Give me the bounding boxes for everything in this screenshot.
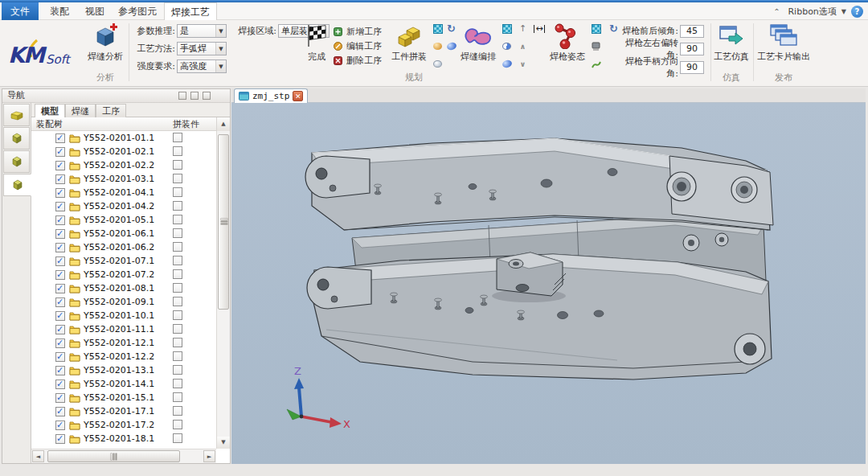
assembly-part-checkbox[interactable] <box>173 310 182 320</box>
tree-row[interactable]: Y552-0201-10.1 <box>31 309 216 322</box>
delete-operation-button[interactable]: 删除工序 <box>333 54 382 67</box>
sphere-amber-icon[interactable] <box>432 41 443 51</box>
viewport-3d[interactable]: X Z <box>231 103 866 464</box>
assembly-part-checkbox[interactable] <box>173 228 182 238</box>
tab-operation[interactable]: 工序 <box>96 104 126 117</box>
tree-item-checkbox[interactable] <box>55 339 65 348</box>
assembly-part-checkbox[interactable] <box>173 324 182 334</box>
collapse-ribbon-icon[interactable]: ⌃ <box>770 7 783 16</box>
assembly-part-checkbox[interactable] <box>173 201 182 211</box>
tree-item-checkbox[interactable] <box>55 434 65 444</box>
tab-view[interactable]: 视图 <box>77 2 113 20</box>
tree-item-checkbox[interactable] <box>55 243 65 252</box>
sphere-blue-icon[interactable] <box>446 41 457 51</box>
strip-cube-button-selected[interactable] <box>3 174 31 196</box>
nav-float-button[interactable] <box>178 92 186 100</box>
tree-item-label[interactable]: Y552-0201-02.1 <box>84 146 154 157</box>
tree-item-label[interactable]: Y552-0201-04.1 <box>84 187 154 198</box>
torch-yaw-input[interactable]: 90 <box>680 43 704 55</box>
tree-row[interactable]: Y552-0201-17.1 <box>31 404 216 418</box>
scrollbar-thumb[interactable] <box>218 134 229 310</box>
scroll-down-button[interactable]: ▼ <box>216 437 230 449</box>
column-assembly-tree[interactable]: 装配树 <box>36 118 63 130</box>
tree-row[interactable]: Y552-0201-08.1 <box>31 281 216 295</box>
tree-item-label[interactable]: Y552-0201-04.2 <box>84 201 154 211</box>
weld-analysis-button[interactable]: 焊缝分析 <box>83 22 128 63</box>
rotate-icon[interactable]: ↻ <box>446 23 457 34</box>
tree-vertical-scrollbar[interactable] <box>216 131 230 449</box>
tree-row[interactable]: Y552-0201-04.1 <box>31 186 216 199</box>
tree-item-label[interactable]: Y552-0201-12.1 <box>84 338 154 348</box>
tree-item-label[interactable]: Y552-0201-15.1 <box>84 392 154 403</box>
tree-item-checkbox[interactable] <box>55 325 65 334</box>
strip-model-icon-button[interactable] <box>3 104 30 126</box>
tree-item-label[interactable]: Y552-0201-17.2 <box>84 420 154 430</box>
tree-item-label[interactable]: Y552-0201-03.1 <box>84 174 154 184</box>
combo-arrow-icon[interactable]: ▼ <box>215 43 226 55</box>
tree-item-checkbox[interactable] <box>55 311 65 321</box>
strength-select[interactable]: 高强度 ▼ <box>177 60 227 73</box>
process-simulation-button[interactable]: 工艺仿真 <box>713 22 750 63</box>
tree-item-checkbox[interactable] <box>55 421 65 430</box>
tree-row[interactable]: Y552-0201-12.1 <box>31 336 216 350</box>
tree-row[interactable]: Y552-0201-04.2 <box>31 199 216 213</box>
tree-item-checkbox[interactable] <box>55 393 65 403</box>
process-card-output-button[interactable]: 工艺卡片输出 <box>756 22 811 63</box>
arrow-up-icon[interactable]: ↑ <box>518 23 528 34</box>
tree-item-checkbox[interactable] <box>55 161 65 170</box>
tree-row[interactable]: Y552-0201-07.1 <box>31 254 216 268</box>
tree-item-label[interactable]: Y552-0201-09.1 <box>84 297 154 307</box>
tree-row[interactable]: Y552-0201-17.2 <box>31 418 216 432</box>
nav-close-button[interactable] <box>203 92 211 100</box>
assembly-part-checkbox[interactable] <box>173 338 182 347</box>
weld-arrange-button[interactable]: 焊缝编排 <box>458 22 498 63</box>
nav-pin-button[interactable] <box>190 92 199 100</box>
assembly-part-checkbox[interactable] <box>173 351 182 361</box>
tree-item-checkbox[interactable] <box>55 270 65 280</box>
tree-row[interactable]: Y552-0201-02.1 <box>31 145 216 158</box>
scrollbar-thumb[interactable] <box>47 450 180 462</box>
tree-item-checkbox[interactable] <box>55 380 65 389</box>
assembly-part-checkbox[interactable] <box>173 269 182 279</box>
tree-item-label[interactable]: Y552-0201-13.1 <box>84 365 154 375</box>
assembly-part-checkbox[interactable] <box>173 187 182 197</box>
assembly-part-checkbox[interactable] <box>173 160 182 170</box>
tree-row[interactable]: Y552-0201-06.1 <box>31 227 216 240</box>
tree-item-label[interactable]: Y552-0201-06.2 <box>84 242 154 252</box>
ribbon-options-button[interactable]: Ribbon选项 <box>788 6 836 18</box>
tree-item-label[interactable]: Y552-0201-11.1 <box>84 324 154 334</box>
sphere-half-icon[interactable] <box>502 41 512 51</box>
tree-item-label[interactable]: Y552-0201-07.1 <box>84 256 154 266</box>
assembly-part-checkbox[interactable] <box>173 406 182 416</box>
process-method-select[interactable]: 手弧焊 ▼ <box>177 42 227 55</box>
tab-model[interactable]: 模型 <box>35 104 65 118</box>
tree-item-checkbox[interactable] <box>55 147 65 157</box>
assembly-part-checkbox[interactable] <box>173 297 182 306</box>
scroll-left-button[interactable]: ◄ <box>32 450 44 462</box>
tree-item-checkbox[interactable] <box>55 407 65 416</box>
assembly-part-checkbox[interactable] <box>173 215 182 224</box>
chevron-up-icon[interactable]: ∧ <box>518 41 528 51</box>
tree-item-label[interactable]: Y552-0201-07.2 <box>84 269 154 280</box>
tree-item-checkbox[interactable] <box>55 174 65 184</box>
column-assembly-part[interactable]: 拼装件 <box>173 118 199 130</box>
scroll-up-button[interactable]: ▲ <box>216 117 230 131</box>
close-document-icon[interactable]: ✕ <box>293 91 303 101</box>
assembly-part-checkbox[interactable] <box>173 242 182 252</box>
add-operation-button[interactable]: 新增工序 <box>333 25 382 38</box>
snake-curve-icon[interactable] <box>591 59 601 69</box>
checker-surface-icon[interactable] <box>432 23 443 34</box>
sphere-white-icon[interactable] <box>432 59 443 69</box>
tree-item-checkbox[interactable] <box>55 298 65 307</box>
tree-item-label[interactable]: Y552-0201-18.1 <box>84 433 154 444</box>
tree-item-label[interactable]: Y552-0201-06.1 <box>84 228 154 239</box>
torch-flag-icon[interactable] <box>591 41 601 51</box>
tree-row[interactable]: Y552-0201-01.1 <box>31 131 216 145</box>
tree-item-label[interactable]: Y552-0201-08.1 <box>84 283 154 293</box>
tree-row[interactable]: Y552-0201-13.1 <box>31 363 216 377</box>
tree-item-checkbox[interactable] <box>55 215 65 225</box>
tab-weld-seam[interactable]: 焊缝 <box>65 104 96 117</box>
assembly-part-checkbox[interactable] <box>173 174 182 183</box>
tree-row[interactable]: Y552-0201-11.1 <box>31 322 216 336</box>
tree-row[interactable]: Y552-0201-14.1 <box>31 377 216 391</box>
